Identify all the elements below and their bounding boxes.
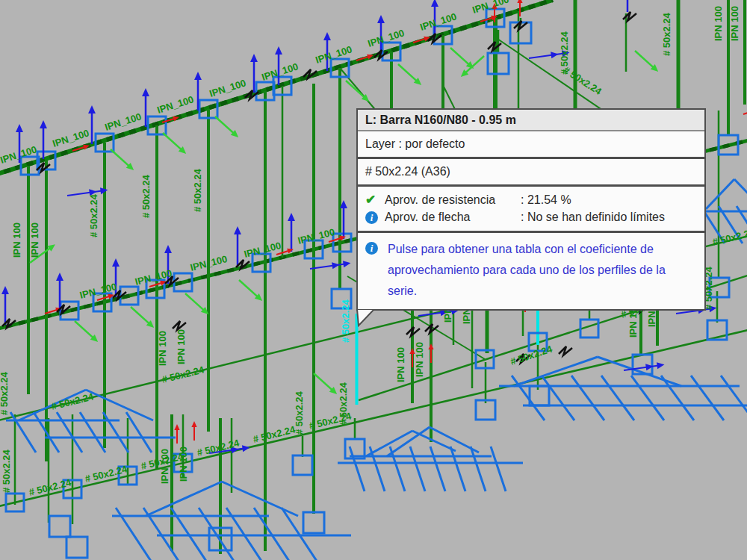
- profile-label: # 50x2.24: [50, 391, 95, 412]
- check-label: Aprov. de resistencia: [385, 191, 521, 208]
- check-label: Aprov. de flecha: [385, 208, 521, 225]
- profile-label: # 50x2.24: [561, 64, 604, 97]
- tooltip-head-box: L: Barra N160/N80 - 0.95 m Layer : por d…: [356, 108, 706, 158]
- profile-label: # 50x2.24: [509, 343, 554, 367]
- selected-bar-profile-label: # 50x2.24: [340, 299, 351, 343]
- profile-label: # 50x2.24: [661, 12, 672, 56]
- post-label: IPN 100: [729, 6, 740, 41]
- beam-label: IPN_100: [297, 226, 336, 246]
- profile-label: # 50x2.24: [140, 174, 152, 218]
- profile-label: # 50x2.24: [161, 364, 205, 385]
- beam-label: IPN_100: [243, 240, 282, 260]
- profile-label: # 50x2.24: [88, 193, 99, 237]
- tooltip-checks-box: ✔ Aprov. de resistencia : 21.54 % i Apro…: [356, 185, 706, 232]
- post-label: IPN 100: [29, 223, 40, 258]
- tooltip-tail: [356, 309, 376, 327]
- post-label: IPN 100: [11, 223, 22, 258]
- post-label: IPN 100: [713, 6, 724, 41]
- info-icon: i: [365, 211, 378, 224]
- profile-label: # 50x2.24: [192, 168, 203, 212]
- tooltip-title: L: Barra N160/N80 - 0.95 m: [358, 110, 704, 131]
- profile-label: # 50x2.24: [294, 391, 305, 435]
- post-label: IPN 100: [157, 331, 168, 366]
- bar-info-tooltip: L: Barra N160/N80 - 0.95 m Layer : por d…: [356, 109, 706, 311]
- tooltip-layer-row: Layer : por defecto: [358, 131, 704, 157]
- profile-label: # 50x2.24: [1, 449, 12, 493]
- tooltip-note-text: Pulse para obtener una tabla con el coef…: [388, 239, 695, 302]
- cad-viewport[interactable]: IPN_100IPN_100IPN_100IPN_100IPN_100IPN_1…: [0, 0, 747, 560]
- post-label: IPN 100: [414, 342, 425, 377]
- tooltip-note-row[interactable]: i Pulse para obtener una tabla con el co…: [356, 231, 706, 311]
- info-icon: i: [365, 242, 378, 255]
- post-label: IPN 100: [176, 329, 187, 364]
- resistance-check-row: ✔ Aprov. de resistencia : 21.54 %: [365, 191, 697, 208]
- check-icon: ✔: [365, 193, 376, 207]
- check-value: : 21.54 %: [521, 191, 571, 208]
- deflection-check-row: i Aprov. de flecha : No se han definido …: [365, 208, 697, 225]
- tooltip-profile-row: # 50x2.24 (A36): [356, 158, 706, 186]
- post-label: IPN 100: [395, 347, 406, 382]
- check-value: : No se han definido límites: [521, 208, 665, 225]
- profile-label: # 50x2.24: [0, 371, 10, 415]
